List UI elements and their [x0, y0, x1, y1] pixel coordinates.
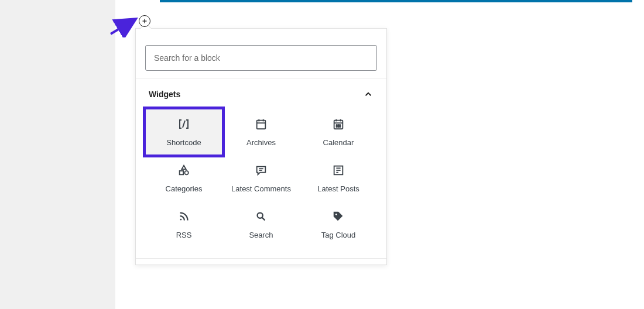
block-label: RSS [176, 231, 192, 239]
plus-icon [141, 18, 148, 25]
svg-point-28 [258, 213, 263, 218]
block-label: Latest Comments [231, 184, 291, 193]
block-item-categories[interactable]: Categories [145, 155, 222, 201]
svg-point-13 [338, 125, 339, 126]
rss-icon [177, 210, 191, 224]
block-item-rss[interactable]: RSS [145, 201, 222, 248]
block-item-archives[interactable]: Archives [222, 109, 300, 155]
block-label: Calendar [323, 138, 354, 147]
block-label: Archives [246, 138, 276, 147]
search-input[interactable] [145, 45, 377, 71]
svg-rect-4 [257, 121, 266, 129]
category-title: Widgets [149, 90, 180, 99]
block-label: Tag Cloud [321, 231, 356, 239]
calendar-icon [331, 117, 345, 131]
svg-line-29 [262, 218, 265, 221]
left-gray-stripe [0, 0, 115, 309]
block-item-latest-posts[interactable]: Latest Posts [300, 155, 377, 201]
archives-icon [254, 117, 268, 131]
svg-point-12 [336, 125, 337, 126]
block-item-shortcode[interactable]: Shortcode [145, 109, 222, 155]
block-label: Search [249, 231, 273, 239]
svg-point-14 [340, 125, 341, 126]
block-label: Latest Posts [317, 184, 359, 193]
search-icon [254, 210, 268, 224]
svg-point-27 [180, 219, 182, 221]
latest-comments-icon [254, 163, 268, 177]
latest-posts-icon [331, 163, 345, 177]
svg-point-30 [335, 214, 337, 215]
svg-line-3 [183, 121, 185, 128]
svg-point-17 [340, 126, 341, 128]
block-item-tag-cloud[interactable]: Tag Cloud [300, 201, 377, 248]
block-label: Shortcode [166, 138, 201, 147]
svg-marker-18 [181, 166, 186, 169]
category-header-widgets[interactable]: Widgets [136, 78, 386, 105]
shortcode-icon [177, 117, 191, 131]
svg-point-20 [184, 171, 188, 174]
editor-top-border [160, 0, 632, 2]
block-inserter-panel: Widgets ShortcodeArchivesCalendarCategor… [135, 28, 387, 265]
svg-point-15 [336, 126, 337, 128]
block-item-calendar[interactable]: Calendar [300, 109, 377, 155]
block-grid: ShortcodeArchivesCalendarCategoriesLates… [136, 105, 386, 259]
block-item-latest-comments[interactable]: Latest Comments [222, 155, 300, 201]
search-wrapper [136, 38, 386, 78]
tag-cloud-icon [331, 210, 345, 224]
block-item-search[interactable]: Search [222, 201, 300, 248]
chevron-up-icon [363, 89, 374, 99]
svg-rect-19 [180, 171, 183, 174]
block-label: Categories [166, 184, 203, 193]
add-block-button[interactable] [139, 15, 150, 27]
categories-icon [177, 163, 191, 177]
svg-point-16 [338, 126, 339, 128]
